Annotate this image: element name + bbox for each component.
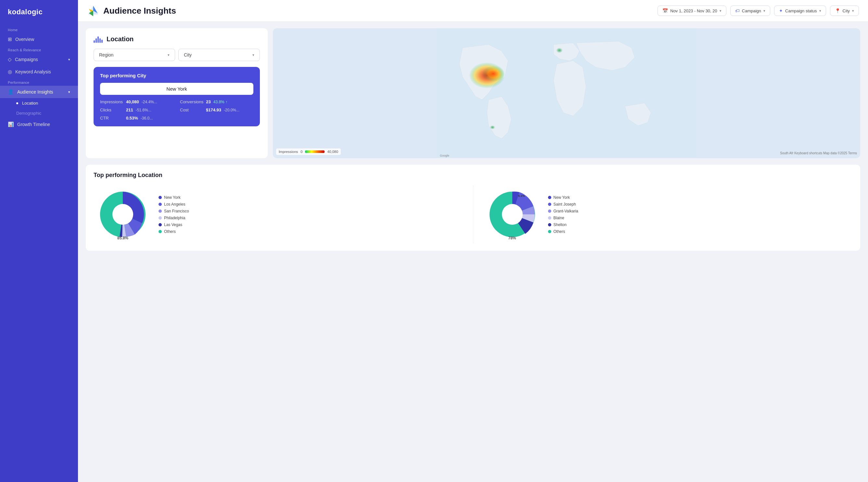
map-legend: Impressions 0 40,080 xyxy=(276,149,341,155)
impressions-change: -24.4%... xyxy=(142,100,157,104)
sidebar-item-demographic-label: Demographic xyxy=(16,111,41,116)
legend-dot xyxy=(548,210,551,213)
map-min-value: 0 xyxy=(301,150,303,154)
legend-label: New York xyxy=(554,195,570,200)
metrics-grid: Impressions 40,080 -24.4%... Conversions… xyxy=(100,99,253,121)
conversions-label: Conversions xyxy=(180,99,204,104)
legend-label: Blaine xyxy=(554,216,564,220)
campaigns-chevron-icon: ▾ xyxy=(68,58,70,62)
legend-dot xyxy=(548,230,551,233)
legend-dot xyxy=(548,223,551,226)
ctr-change: -36.0... xyxy=(141,116,153,121)
location-tabs: Region ▾ City ▾ xyxy=(94,49,260,61)
date-filter-label: Nov 1, 2023 - Nov 30, 20 xyxy=(670,8,717,13)
legend-label: Saint Joseph xyxy=(554,202,576,206)
main-content: Audience Insights 📅 Nov 1, 2023 - Nov 30… xyxy=(78,0,868,482)
sidebar-logo: kodalogic xyxy=(0,8,78,25)
ctr-label: CTR xyxy=(100,116,123,121)
location-card-header: Location xyxy=(94,35,260,43)
campaign-chevron-icon: ▾ xyxy=(764,9,765,13)
sidebar-item-keyword-label: Keyword Analysis xyxy=(15,69,51,74)
sidebar-item-audience-insights[interactable]: 👤 Audience Insights ▾ xyxy=(0,86,78,98)
impressions-metric: Impressions 40,080 -24.4%... xyxy=(100,99,174,104)
legend-item: San Francisco xyxy=(158,209,189,214)
sidebar-item-keyword-analysis[interactable]: ◎ Keyword Analysis xyxy=(0,66,78,78)
overview-icon: ⊞ xyxy=(8,36,12,42)
location-card: Location Region ▾ City ▾ Top performing … xyxy=(86,28,268,158)
campaign-icon: 🏷 xyxy=(735,8,740,13)
chart-divider xyxy=(473,185,473,244)
chart1-svg xyxy=(94,185,152,244)
chart2-pie: 6.1% 78% xyxy=(483,185,541,244)
clicks-metric: Clicks 211 -51.6%... xyxy=(100,107,174,113)
campaigns-icon: ◇ xyxy=(8,57,12,62)
legend-item: Others xyxy=(158,229,189,234)
region-tab[interactable]: Region ▾ xyxy=(94,49,175,61)
top-city-label: Top performing City xyxy=(100,73,253,78)
sidebar-item-campaigns-label: Campaigns xyxy=(15,57,38,62)
keyword-icon: ◎ xyxy=(8,69,12,75)
location-bars-icon xyxy=(94,36,103,43)
header-logo-area: Audience Insights xyxy=(87,5,176,17)
sidebar: kodalogic Home ⊞ Overview Reach & Releva… xyxy=(0,0,78,482)
chart2-percent-label: 78% xyxy=(508,236,516,240)
legend-dot xyxy=(158,216,162,220)
svg-text:Google: Google xyxy=(440,154,449,157)
region-tab-label: Region xyxy=(99,52,113,58)
cost-label: Cost xyxy=(180,107,204,113)
map-copyright: South Afr Keyboard shortcuts Map data ©2… xyxy=(780,151,857,155)
sidebar-item-campaigns[interactable]: ◇ Campaigns ▾ xyxy=(0,53,78,66)
legend-label: Philadelphia xyxy=(164,216,185,220)
ctr-value: 0.53% xyxy=(126,116,138,121)
chart1-percent-label: 85.8% xyxy=(117,236,128,240)
map-max-value: 40,080 xyxy=(327,150,338,154)
sidebar-item-growth-timeline[interactable]: 📊 Growth Timeline xyxy=(0,118,78,131)
city-filter-button[interactable]: 📍 City ▾ xyxy=(830,5,859,16)
legend-label: Grant-Valkaria xyxy=(554,209,578,214)
sidebar-section-reach: Reach & Relevance xyxy=(0,45,78,53)
sidebar-item-location-label: Location xyxy=(22,101,38,105)
city-chevron-icon: ▾ xyxy=(852,9,854,13)
svg-point-15 xyxy=(502,204,523,225)
legend-dot xyxy=(158,196,162,199)
svg-text:6.1%: 6.1% xyxy=(518,194,525,197)
legend-dot xyxy=(548,203,551,206)
chart2-svg: 6.1% xyxy=(483,185,541,244)
conversions-value: 23 xyxy=(206,99,211,104)
sidebar-item-growth-label: Growth Timeline xyxy=(17,122,50,127)
sidebar-item-demographic[interactable]: Demographic xyxy=(0,108,78,118)
legend-item: Others xyxy=(548,229,578,234)
city-filter-label: City xyxy=(843,8,850,13)
date-filter-button[interactable]: 📅 Nov 1, 2023 - Nov 30, 20 ▾ xyxy=(657,5,726,16)
legend-item: Las Vegas xyxy=(158,223,189,227)
legend-label: Others xyxy=(164,229,176,234)
legend-dot xyxy=(158,230,162,233)
content-area: Location Region ▾ City ▾ Top performing … xyxy=(78,22,868,482)
audience-insights-icon: 👤 xyxy=(8,89,14,95)
impressions-value: 40,080 xyxy=(126,99,139,104)
date-chevron-icon: ▾ xyxy=(719,9,721,13)
campaign-status-label: Campaign status xyxy=(785,8,817,13)
sidebar-item-overview[interactable]: ⊞ Overview xyxy=(0,33,78,45)
bottom-section-title: Top performing Location xyxy=(94,172,852,179)
cost-metric: Cost $174.93 -20.0%... xyxy=(180,107,253,113)
legend-item: Grant-Valkaria xyxy=(548,209,578,214)
campaign-status-filter-button[interactable]: ✦ Campaign status ▾ xyxy=(774,5,826,16)
sidebar-item-audience-label: Audience Insights xyxy=(17,89,53,95)
chart1-legend: New York Los Angeles San Francisco xyxy=(158,195,189,234)
sidebar-section-home: Home xyxy=(0,25,78,33)
legend-dot xyxy=(158,203,162,206)
sidebar-item-overview-label: Overview xyxy=(15,37,34,42)
campaign-filter-button[interactable]: 🏷 Campaign ▾ xyxy=(730,5,770,16)
map-background: Google Impressions 0 40,080 South Afr Ke… xyxy=(273,28,860,158)
page-title: Audience Insights xyxy=(103,6,176,16)
sidebar-item-location[interactable]: Location xyxy=(0,98,78,108)
city-name: New York xyxy=(100,83,253,95)
city-tab[interactable]: City ▾ xyxy=(178,49,260,61)
date-icon: 📅 xyxy=(662,8,668,13)
top-row: Location Region ▾ City ▾ Top performing … xyxy=(86,28,860,158)
charts-row: 85.8% New York Los Angeles xyxy=(94,185,852,244)
legend-label: Shelton xyxy=(554,223,567,227)
world-map-svg: Google xyxy=(273,28,860,158)
chart1-pie: 85.8% xyxy=(94,185,152,244)
